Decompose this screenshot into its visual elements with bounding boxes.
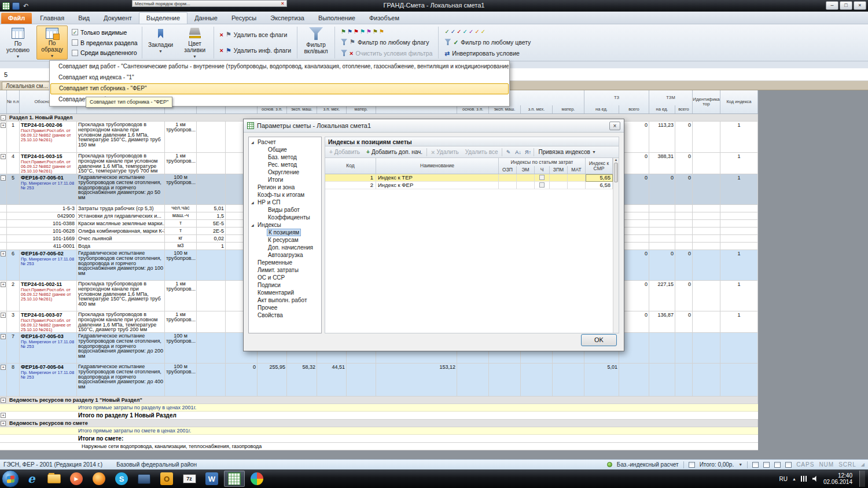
tab-resursy[interactable]: Ресурсы xyxy=(225,13,263,24)
expand-toggle[interactable]: - xyxy=(1,175,6,181)
volume-icon[interactable] xyxy=(812,476,819,482)
taskbar-media-player-button[interactable] xyxy=(66,471,87,487)
filter-toggle-button[interactable]: Фильтр вкл/выкл xyxy=(300,25,332,60)
flag-icon[interactable]: ⚑ xyxy=(366,29,372,35)
expand-toggle[interactable]: + xyxy=(1,334,6,339)
maximize-button[interactable]: □ xyxy=(840,1,852,10)
close-button[interactable]: × xyxy=(854,1,866,10)
taskbar-paint-button[interactable] xyxy=(247,471,267,487)
document-tab[interactable]: Локальная см... xyxy=(2,82,54,90)
scrollbar-thumb[interactable] xyxy=(614,163,618,182)
tree-item[interactable]: Общие xyxy=(249,146,321,153)
tree-item[interactable]: ◢Расчет xyxy=(249,138,321,146)
menu-item[interactable]: Совпадает код индекса - "1" xyxy=(50,72,509,83)
tab-vydelenie[interactable]: Выделение xyxy=(139,12,187,24)
check-icon[interactable]: ✓ xyxy=(469,29,473,35)
tray-expand-icon[interactable]: ▲ xyxy=(792,477,796,481)
tree-item[interactable]: Коэффициенты xyxy=(249,214,321,221)
ok-button[interactable]: OK xyxy=(581,334,617,346)
tab-ekspertiza[interactable]: Экспертиза xyxy=(263,13,311,24)
tab-vypolnenie[interactable]: Выполнение xyxy=(311,13,362,24)
expand-toggle[interactable]: + xyxy=(1,398,6,403)
tree-item[interactable]: К позициям xyxy=(249,229,321,236)
sort-descending-icon[interactable]: Я↑ xyxy=(524,148,532,156)
taskbar-word-button[interactable]: W xyxy=(201,471,222,487)
view-mode-icon[interactable] xyxy=(785,462,792,468)
chevron-down-icon[interactable]: ▼ xyxy=(738,463,742,467)
add-extra-charge-button[interactable]: + Добавить доп. нач. xyxy=(364,148,425,156)
tree-item[interactable]: Комментарий xyxy=(249,289,321,296)
clock[interactable]: 12:40 02.06.2014 xyxy=(823,472,852,485)
check-icon[interactable]: ✓ xyxy=(457,29,461,35)
taskbar-internet-explorer-button[interactable]: e xyxy=(21,471,42,487)
index-row[interactable]: 1Индекс к ТЕР5,65 xyxy=(325,174,613,182)
expand-toggle[interactable]: + xyxy=(1,123,6,128)
tree-item[interactable]: ◢Индексы xyxy=(249,221,321,229)
tree-item[interactable]: Лимит. затраты xyxy=(249,266,321,274)
fill-color-button[interactable]: Цвет заливки ▼ xyxy=(179,25,211,60)
tree-item[interactable]: К ресурсам xyxy=(249,236,321,244)
view-mode-icon[interactable] xyxy=(763,462,770,468)
check-icon[interactable]: ✓ xyxy=(475,29,479,35)
expand-toggle[interactable]: + xyxy=(1,282,6,287)
tree-item[interactable]: Баз. метод xyxy=(249,153,321,161)
flag-icon[interactable]: ⚑ xyxy=(347,29,352,35)
bookmarks-button[interactable]: Закладки ▼ xyxy=(145,25,176,60)
resize-grip[interactable]: ◢ xyxy=(861,462,865,467)
view-mode-icon[interactable] xyxy=(774,462,781,468)
tab-dannye[interactable]: Данные xyxy=(187,13,225,24)
remove-all-flags-button[interactable]: × ⚑ Удалить все флаги xyxy=(218,30,293,40)
show-desktop-button[interactable] xyxy=(859,471,865,487)
tree-item[interactable]: Коэф-ты к итогам xyxy=(249,191,321,199)
language-indicator[interactable]: RU xyxy=(779,476,788,482)
flag-icon[interactable]: ⚑ xyxy=(373,29,378,35)
expand-toggle[interactable]: + xyxy=(1,313,6,318)
tab-vid[interactable]: Вид xyxy=(71,13,97,24)
flag-icon[interactable]: ⚑ xyxy=(341,29,346,35)
table-row[interactable]: Наружные сети водопровода, канализации, … xyxy=(0,443,758,450)
edit-icon[interactable]: ✎ xyxy=(504,148,512,156)
taskbar-skype-button[interactable]: S xyxy=(111,471,132,487)
clear-filter-conditions-button[interactable]: × Очистить условия фильтра xyxy=(339,48,434,58)
taskbar-sevenzip-button[interactable]: 7z xyxy=(179,471,200,487)
expand-toggle[interactable]: + xyxy=(1,154,6,159)
invert-condition-button[interactable]: ⇄ Инвертировать условие xyxy=(443,48,532,58)
link-indexes-button[interactable]: Привязка индексов ▼ xyxy=(536,148,598,156)
taskbar-outlook-button[interactable]: O xyxy=(156,471,177,487)
vertical-scrollbar[interactable]: ▲ xyxy=(613,158,619,333)
filter-by-any-flag-button[interactable]: ⚑ Фильтр по любому флагу xyxy=(339,37,434,47)
taskbar-explorer-button[interactable] xyxy=(43,471,64,487)
index-checkbox[interactable] xyxy=(539,175,545,180)
tab-file[interactable]: Файл xyxy=(1,13,32,24)
taskbar-firefox-button[interactable] xyxy=(89,471,109,487)
tree-item[interactable]: Итоги xyxy=(249,176,321,184)
tab-dokument[interactable]: Документ xyxy=(97,13,139,24)
tab-fizobem[interactable]: Физобъем xyxy=(362,13,406,24)
expand-toggle[interactable]: + xyxy=(1,413,6,418)
check-icon[interactable]: ✓ xyxy=(444,29,449,35)
expand-toggle[interactable]: + xyxy=(1,421,6,426)
tree-item[interactable]: Переменные xyxy=(249,259,321,266)
table-row[interactable]: Итого прямые затраты по разделу в ценах … xyxy=(0,404,758,412)
table-row[interactable]: +8ФЕР16-07-005-04Пр. Минрегион от 17.11.… xyxy=(0,364,758,397)
add-index-button[interactable]: + Добавить xyxy=(327,148,362,156)
flag-icon[interactable]: ⚑ xyxy=(360,29,365,35)
table-row[interactable]: Итого прямые затраты по смете в ценах 20… xyxy=(0,427,758,435)
flag-icon[interactable]: ⚑ xyxy=(354,29,359,35)
tree-item[interactable]: Акт выполн. работ xyxy=(249,296,321,304)
check-icon[interactable]: ✓ xyxy=(451,29,455,35)
check-icon[interactable]: ✓ xyxy=(481,29,486,35)
tree-item[interactable]: Доп. начисления xyxy=(249,244,321,251)
tree-item[interactable]: Свойства xyxy=(249,311,321,319)
table-row[interactable]: +Ведомость ресурсов по смете xyxy=(0,420,758,427)
table-row[interactable]: +Итого по разделу 1 Новый Раздел xyxy=(0,412,758,420)
calc-mode-label[interactable]: Баз.-индексный расчет xyxy=(617,461,679,468)
filter-by-any-color-button[interactable]: ✓ Фильтр по любому цвету xyxy=(443,37,532,47)
select-by-sample-button[interactable]: По образцу ▼ xyxy=(36,25,68,60)
start-button[interactable] xyxy=(2,470,19,487)
remove-info-flags-button[interactable]: × ⚑ Удалить инф. флаги xyxy=(218,45,293,56)
expand-toggle[interactable]: + xyxy=(1,365,6,370)
select-by-condition-button[interactable]: По условию ▼ xyxy=(2,25,34,60)
total-amount[interactable]: Итого: 0,00р. xyxy=(700,461,734,468)
delete-all-button[interactable]: Удалить все xyxy=(463,148,501,156)
